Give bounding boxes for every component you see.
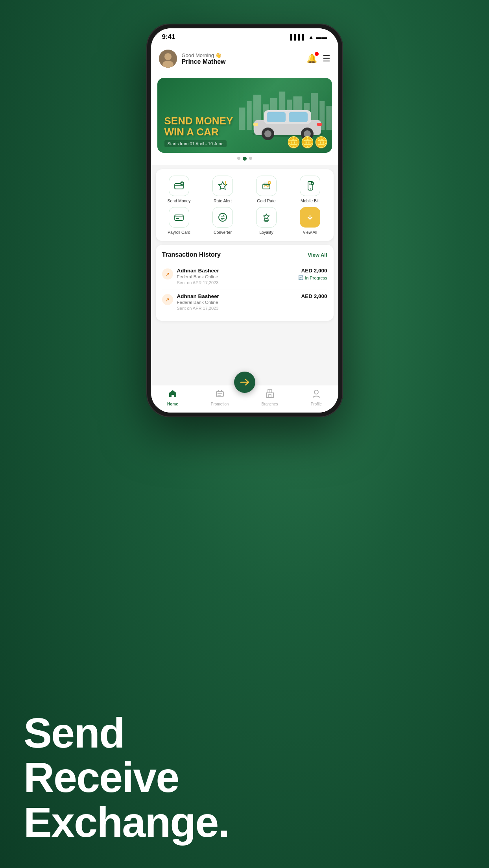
- action-mobile-bill[interactable]: Mobile Bill: [290, 176, 330, 203]
- home-icon: [168, 389, 177, 401]
- gold-rate-icon: [261, 180, 272, 191]
- send-money-icon: [173, 180, 185, 191]
- action-view-all[interactable]: View All: [290, 207, 330, 235]
- gold-rate-label: Gold Rate: [257, 198, 275, 203]
- tx-view-all-button[interactable]: View All: [308, 252, 327, 258]
- notification-bell-button[interactable]: 🔔: [306, 54, 317, 64]
- action-send-money[interactable]: Send Money: [159, 176, 199, 203]
- fab-send-button[interactable]: [234, 372, 255, 393]
- phone-screen: 9:41 ▌▌▌▌ ▲ ▬▬: [151, 28, 338, 413]
- banner-title: SEND MONEYWIN A CAR: [164, 115, 233, 138]
- send-money-label: Send Money: [168, 198, 191, 203]
- svg-rect-44: [175, 215, 183, 220]
- tagline: Send Receive Exchange.: [24, 711, 229, 844]
- action-rate-alert[interactable]: Rate Alert: [203, 176, 243, 203]
- quick-actions-section: Send Money Rate Alert: [156, 169, 334, 241]
- action-converter[interactable]: Converter: [203, 207, 243, 235]
- status-bar: 9:41 ▌▌▌▌ ▲ ▬▬: [151, 28, 338, 46]
- send-money-icon-wrap: [169, 176, 189, 196]
- rate-alert-label: Rate Alert: [214, 198, 232, 203]
- nav-profile[interactable]: Profile: [311, 389, 322, 406]
- loyality-label: Loyality: [259, 230, 273, 235]
- nav-profile-label: Profile: [311, 402, 322, 406]
- tx-name-1: Adhnan Basheer: [177, 268, 219, 274]
- promo-banner[interactable]: 🪙🪙🪙 SEND MONEYWIN A CAR Starts from 01 A…: [157, 78, 332, 153]
- payroll-card-icon-wrap: [169, 207, 189, 228]
- fab-send-icon: [240, 377, 250, 387]
- tx-outgoing-icon-1: ↗: [162, 268, 173, 279]
- hamburger-menu-button[interactable]: ☰: [323, 54, 330, 64]
- tx-outgoing-icon-2: ↗: [162, 294, 173, 305]
- dot-1[interactable]: [237, 157, 240, 160]
- tx-amount-1: AED 2,000: [298, 268, 327, 274]
- svg-point-47: [219, 213, 227, 221]
- promotion-icon: [215, 389, 225, 401]
- table-row[interactable]: ↗ Adhnan Basheer Federal Bank Online Sen…: [162, 264, 327, 289]
- battery-icon: ▬▬: [316, 34, 327, 40]
- header-user-info: Good Morning 👋 Prince Mathew: [182, 52, 226, 65]
- converter-icon-wrap: [212, 207, 233, 228]
- wifi-icon: ▲: [308, 34, 314, 40]
- username-text: Prince Mathew: [182, 58, 226, 65]
- action-loyality[interactable]: Loyality: [246, 207, 287, 235]
- nav-branches-label: Branches: [261, 402, 278, 406]
- svg-rect-49: [216, 391, 223, 397]
- notification-badge: [315, 52, 319, 56]
- payroll-card-icon: [173, 212, 185, 223]
- svg-point-31: [225, 184, 226, 185]
- gold-rate-icon-wrap: [256, 176, 277, 196]
- dot-2[interactable]: [243, 157, 247, 161]
- loyality-icon: [261, 212, 272, 223]
- rate-alert-icon: [217, 180, 228, 191]
- actions-grid-row2: Payroll Card Converter: [159, 207, 330, 235]
- tx-date-1: Sent on APR 17,2023: [177, 280, 219, 285]
- nav-promotion[interactable]: Promotion: [211, 389, 229, 406]
- tx-date-2: Sent on APR 17,2023: [177, 306, 219, 311]
- svg-rect-25: [317, 123, 322, 126]
- tx-right-2: AED 2,000: [301, 293, 327, 299]
- tx-header: Transaction History View All: [162, 251, 327, 258]
- tx-status-icon-1: 🔄: [298, 275, 304, 280]
- view-all-icon-wrap: [300, 207, 320, 228]
- tx-amount-2: AED 2,000: [301, 293, 327, 299]
- converter-icon: [217, 212, 228, 223]
- coins-icon: 🪙🪙🪙: [287, 136, 328, 149]
- phone-device: 9:41 ▌▌▌▌ ▲ ▬▬: [146, 24, 343, 417]
- action-payroll-card[interactable]: Payroll Card: [159, 207, 199, 235]
- header-left: Good Morning 👋 Prince Mathew: [159, 50, 226, 68]
- avatar[interactable]: [159, 50, 177, 68]
- tx-bank-2: Federal Bank Online: [177, 300, 219, 305]
- svg-point-56: [314, 390, 318, 394]
- mobile-bill-icon: [304, 180, 316, 191]
- rate-alert-icon-wrap: [212, 176, 233, 196]
- actions-grid-row1: Send Money Rate Alert: [159, 176, 330, 203]
- nav-home-label: Home: [167, 402, 178, 406]
- nav-home[interactable]: Home: [167, 389, 178, 406]
- tx-info-1: Adhnan Basheer Federal Bank Online Sent …: [177, 268, 219, 285]
- tx-left-2: ↗ Adhnan Basheer Federal Bank Online Sen…: [162, 293, 219, 311]
- table-row[interactable]: ↗ Adhnan Basheer Federal Bank Online Sen…: [162, 289, 327, 315]
- mobile-bill-icon-wrap: [300, 176, 320, 196]
- dot-3[interactable]: [249, 157, 252, 160]
- payroll-card-label: Payroll Card: [168, 230, 190, 235]
- tx-title: Transaction History: [162, 251, 221, 258]
- header-right: 🔔 ☰: [306, 54, 330, 64]
- scroll-content[interactable]: 🪙🪙🪙 SEND MONEYWIN A CAR Starts from 01 A…: [151, 73, 338, 387]
- status-time: 9:41: [162, 33, 175, 41]
- svg-point-38: [310, 189, 311, 190]
- signal-icon: ▌▌▌▌: [290, 34, 306, 40]
- greeting-text: Good Morning 👋: [182, 52, 226, 58]
- tx-name-2: Adhnan Basheer: [177, 293, 219, 299]
- loyality-icon-wrap: [256, 207, 277, 228]
- svg-rect-3: [239, 107, 245, 130]
- action-gold-rate[interactable]: Gold Rate: [246, 176, 287, 203]
- nav-branches[interactable]: Branches: [261, 389, 278, 406]
- nav-promotion-label: Promotion: [211, 402, 229, 406]
- view-all-icon: [304, 212, 316, 223]
- banner-dots: [157, 157, 332, 161]
- transaction-history-section: Transaction History View All ↗ Adhnan Ba…: [156, 245, 334, 321]
- tx-bank-1: Federal Bank Online: [177, 274, 219, 279]
- view-all-label: View All: [303, 230, 317, 235]
- phone-outer: 9:41 ▌▌▌▌ ▲ ▬▬: [146, 24, 343, 417]
- app-header: Good Morning 👋 Prince Mathew 🔔 ☰: [151, 46, 338, 73]
